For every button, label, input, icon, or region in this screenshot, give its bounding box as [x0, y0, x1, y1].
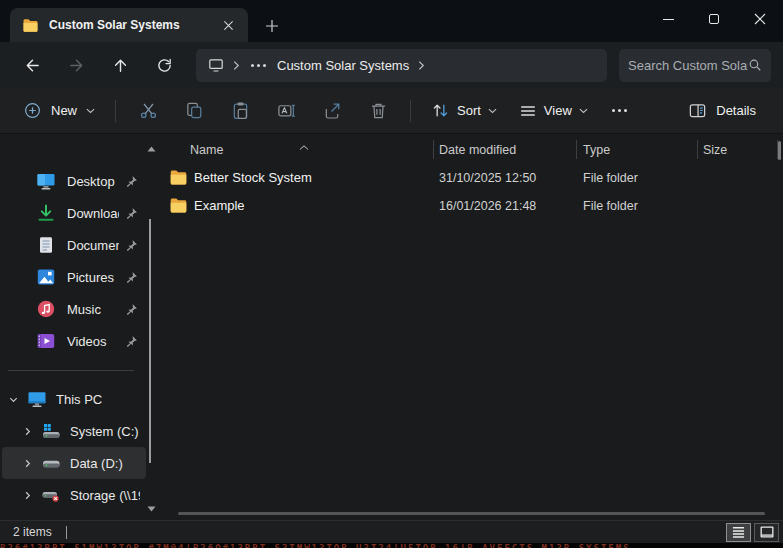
sidebar-scrollbar-thumb[interactable]	[149, 219, 151, 463]
column-header-date-modified[interactable]: Date modified	[439, 143, 516, 157]
sidebar-item-desktop[interactable]: Desktop	[6, 165, 146, 197]
sidebar-item-storage-network[interactable]: Storage (\\192	[2, 479, 146, 511]
search-box[interactable]	[619, 49, 771, 82]
chevron-right-icon[interactable]	[16, 426, 38, 437]
tab-close-icon[interactable]	[216, 13, 240, 37]
sidebar-item-data-d[interactable]: Data (D:)	[2, 447, 146, 479]
column-header-type[interactable]: Type	[583, 143, 610, 157]
sidebar-item-pictures[interactable]: Pictures	[6, 261, 146, 293]
toolbar-separator	[115, 100, 116, 122]
share-button[interactable]	[309, 94, 355, 128]
delete-button[interactable]	[355, 94, 401, 128]
sidebar-item-system-c[interactable]: System (C:)	[2, 415, 146, 447]
new-button[interactable]: New	[12, 94, 106, 128]
cut-button[interactable]	[125, 94, 171, 128]
scrollbar-down-arrow[interactable]	[147, 498, 156, 516]
refresh-button[interactable]	[142, 47, 186, 83]
close-button[interactable]	[737, 0, 783, 38]
sort-icon	[431, 101, 450, 120]
sidebar-item-music[interactable]: Music	[6, 293, 146, 325]
explorer-tab[interactable]: Custom Solar Systems	[10, 8, 248, 42]
up-button[interactable]	[98, 47, 142, 83]
file-date-modified: 16/01/2026 21:48	[439, 199, 536, 213]
horizontal-scrollbar-thumb[interactable]	[178, 512, 765, 515]
command-toolbar: New Sort View	[0, 88, 783, 134]
rename-button[interactable]	[263, 94, 309, 128]
chevron-right-icon[interactable]	[16, 490, 38, 501]
search-icon[interactable]	[748, 58, 762, 72]
sidebar-item-label: System (C:)	[70, 424, 139, 439]
forward-button[interactable]	[54, 47, 98, 83]
rename-icon	[277, 101, 296, 120]
maximize-button[interactable]	[691, 0, 737, 38]
search-input[interactable]	[628, 58, 748, 73]
file-row-example[interactable]: Example 16/01/2026 21:48 File folder	[160, 192, 783, 220]
copy-button[interactable]	[171, 94, 217, 128]
column-header-size[interactable]: Size	[703, 143, 727, 157]
close-icon	[754, 13, 766, 25]
downloads-icon	[36, 203, 56, 223]
minimize-button[interactable]	[645, 0, 691, 38]
plus-icon	[265, 19, 279, 33]
cut-icon	[139, 101, 158, 120]
network-drive-icon	[41, 485, 61, 505]
chevron-right-icon[interactable]	[418, 60, 425, 71]
sidebar-item-label: Storage (\\192	[70, 488, 140, 503]
column-headers: Name Date modified Type Size	[160, 135, 783, 164]
this-pc-breadcrumb-icon	[208, 57, 224, 73]
file-date-modified: 31/10/2025 12:50	[439, 171, 536, 185]
sidebar-item-label: Desktop	[67, 174, 119, 189]
folder-icon	[169, 196, 188, 215]
forward-arrow-icon	[68, 57, 85, 74]
chevron-right-icon[interactable]	[233, 60, 240, 71]
paste-button[interactable]	[217, 94, 263, 128]
share-icon	[323, 101, 342, 120]
details-pane-button[interactable]: Details	[677, 94, 767, 128]
chevron-right-icon[interactable]	[16, 458, 38, 469]
file-name[interactable]: Better Stock System	[194, 170, 312, 185]
sidebar-item-this-pc[interactable]: This PC	[2, 383, 146, 415]
column-header-name[interactable]: Name	[190, 143, 223, 157]
sidebar-item-documents[interactable]: Documents	[6, 229, 146, 261]
documents-icon	[36, 235, 56, 255]
back-arrow-icon	[24, 57, 41, 74]
pin-icon	[125, 335, 138, 348]
details-view-button[interactable]	[726, 523, 751, 542]
tab-title: Custom Solar Systems	[49, 18, 216, 32]
see-more-button[interactable]	[599, 94, 641, 128]
breadcrumb-current-folder[interactable]: Custom Solar Systems	[277, 58, 409, 73]
breadcrumb-overflow-icon[interactable]	[249, 62, 268, 69]
view-label: View	[544, 103, 572, 118]
file-row-better-stock-system[interactable]: Better Stock System 31/10/2025 12:50 Fil…	[160, 164, 783, 192]
pictures-icon	[36, 267, 56, 287]
data-drive-icon	[41, 453, 61, 473]
trash-icon	[369, 101, 388, 120]
vertical-scrollbar-thumb[interactable]	[778, 141, 781, 160]
file-name[interactable]: Example	[194, 198, 245, 213]
address-bar[interactable]: Custom Solar Systems	[196, 49, 607, 82]
column-divider[interactable]	[576, 140, 577, 159]
window-controls	[645, 0, 783, 38]
system-drive-icon	[41, 421, 61, 441]
folder-icon	[22, 17, 39, 34]
column-divider[interactable]	[697, 140, 698, 159]
sort-button[interactable]: Sort	[420, 94, 508, 128]
large-icons-view-button[interactable]	[754, 523, 779, 542]
scrollbar-up-arrow[interactable]	[147, 138, 156, 156]
new-tab-button[interactable]	[258, 12, 286, 40]
back-button[interactable]	[10, 47, 54, 83]
details-view-icon	[732, 526, 745, 539]
titlebar: Custom Solar Systems	[0, 0, 783, 42]
sidebar-item-videos[interactable]: Videos	[6, 325, 146, 357]
column-divider[interactable]	[433, 140, 434, 159]
statusbar-divider	[66, 526, 67, 539]
pin-icon	[125, 175, 138, 188]
pin-icon	[125, 303, 138, 316]
sort-ascending-icon	[299, 136, 309, 154]
new-plus-icon	[23, 101, 42, 120]
desktop-icon	[36, 171, 56, 191]
sidebar-item-label: Pictures	[67, 270, 119, 285]
view-button[interactable]: View	[508, 94, 599, 128]
sidebar-item-downloads[interactable]: Downloads	[6, 197, 146, 229]
chevron-down-icon[interactable]	[2, 394, 24, 405]
